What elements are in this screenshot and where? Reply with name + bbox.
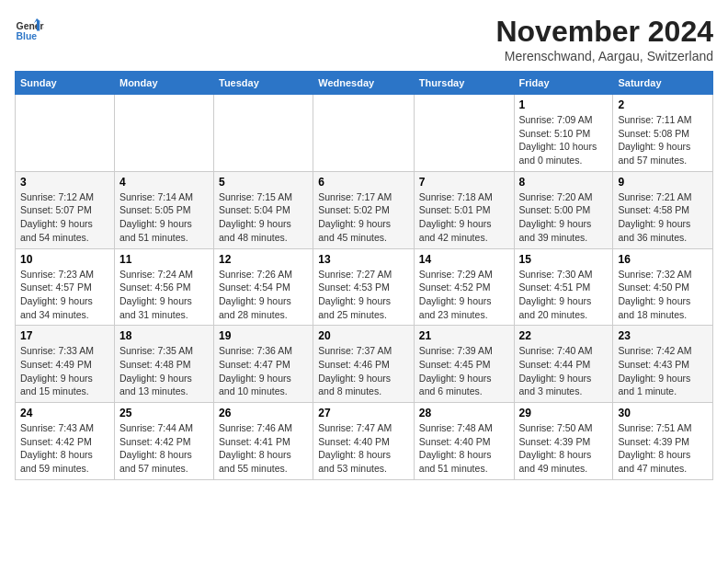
- day-number: 26: [219, 407, 308, 419]
- month-title: November 2024: [495, 15, 713, 49]
- column-header-friday: Friday: [514, 72, 613, 95]
- week-row-3: 10Sunrise: 7:23 AMSunset: 4:57 PMDayligh…: [16, 248, 713, 326]
- day-info: Sunrise: 7:51 AMSunset: 4:39 PMDaylight:…: [618, 421, 708, 476]
- day-number: 28: [419, 407, 509, 419]
- day-cell: 20Sunrise: 7:37 AMSunset: 4:46 PMDayligh…: [313, 326, 415, 403]
- day-cell: 7Sunrise: 7:18 AMSunset: 5:01 PMDaylight…: [414, 171, 514, 248]
- day-info: Sunrise: 7:09 AMSunset: 5:10 PMDaylight:…: [519, 113, 609, 167]
- day-cell: 3Sunrise: 7:12 AMSunset: 5:07 PMDaylight…: [16, 171, 115, 248]
- day-cell: 29Sunrise: 7:50 AMSunset: 4:39 PMDayligh…: [514, 403, 613, 480]
- header: General Blue November 2024 Merenschwand,…: [15, 15, 713, 63]
- day-cell: [16, 95, 115, 172]
- day-number: 21: [419, 329, 509, 342]
- day-cell: 10Sunrise: 7:23 AMSunset: 4:57 PMDayligh…: [16, 248, 115, 326]
- day-cell: 30Sunrise: 7:51 AMSunset: 4:39 PMDayligh…: [613, 403, 713, 480]
- week-row-4: 17Sunrise: 7:33 AMSunset: 4:49 PMDayligh…: [16, 326, 713, 403]
- day-info: Sunrise: 7:23 AMSunset: 4:57 PMDaylight:…: [20, 268, 109, 322]
- day-info: Sunrise: 7:37 AMSunset: 4:46 PMDaylight:…: [318, 344, 409, 398]
- day-number: 18: [119, 329, 209, 342]
- day-cell: 23Sunrise: 7:42 AMSunset: 4:43 PMDayligh…: [613, 326, 713, 403]
- day-cell: 13Sunrise: 7:27 AMSunset: 4:53 PMDayligh…: [313, 248, 415, 326]
- day-cell: 14Sunrise: 7:29 AMSunset: 4:52 PMDayligh…: [414, 248, 514, 326]
- day-number: 3: [20, 176, 109, 189]
- day-cell: 18Sunrise: 7:35 AMSunset: 4:48 PMDayligh…: [114, 326, 213, 403]
- day-cell: 12Sunrise: 7:26 AMSunset: 4:54 PMDayligh…: [214, 248, 313, 326]
- day-info: Sunrise: 7:29 AMSunset: 4:52 PMDaylight:…: [419, 268, 509, 322]
- day-cell: 27Sunrise: 7:47 AMSunset: 4:40 PMDayligh…: [313, 403, 415, 480]
- day-number: 17: [20, 329, 109, 342]
- day-number: 13: [318, 253, 409, 266]
- day-number: 2: [618, 98, 708, 111]
- day-info: Sunrise: 7:47 AMSunset: 4:40 PMDaylight:…: [318, 421, 409, 476]
- day-number: 8: [519, 176, 609, 189]
- day-info: Sunrise: 7:35 AMSunset: 4:48 PMDaylight:…: [119, 344, 209, 398]
- header-row: SundayMondayTuesdayWednesdayThursdayFrid…: [16, 72, 713, 95]
- calendar-table: SundayMondayTuesdayWednesdayThursdayFrid…: [15, 71, 713, 480]
- day-number: 20: [318, 329, 409, 342]
- day-number: 19: [219, 329, 308, 342]
- day-info: Sunrise: 7:44 AMSunset: 4:42 PMDaylight:…: [119, 421, 209, 476]
- column-header-thursday: Thursday: [414, 72, 514, 95]
- day-cell: 8Sunrise: 7:20 AMSunset: 5:00 PMDaylight…: [514, 171, 613, 248]
- day-cell: 24Sunrise: 7:43 AMSunset: 4:42 PMDayligh…: [16, 403, 115, 480]
- location: Merenschwand, Aargau, Switzerland: [495, 49, 713, 63]
- day-info: Sunrise: 7:14 AMSunset: 5:05 PMDaylight:…: [119, 190, 209, 245]
- day-cell: 4Sunrise: 7:14 AMSunset: 5:05 PMDaylight…: [114, 171, 213, 248]
- day-cell: 11Sunrise: 7:24 AMSunset: 4:56 PMDayligh…: [114, 248, 213, 326]
- day-info: Sunrise: 7:40 AMSunset: 4:44 PMDaylight:…: [519, 344, 609, 398]
- day-cell: 28Sunrise: 7:48 AMSunset: 4:40 PMDayligh…: [414, 403, 514, 480]
- day-info: Sunrise: 7:33 AMSunset: 4:49 PMDaylight:…: [20, 344, 109, 398]
- day-info: Sunrise: 7:20 AMSunset: 5:00 PMDaylight:…: [519, 190, 609, 245]
- day-cell: 15Sunrise: 7:30 AMSunset: 4:51 PMDayligh…: [514, 248, 613, 326]
- title-area: November 2024 Merenschwand, Aargau, Swit…: [495, 15, 713, 63]
- day-info: Sunrise: 7:42 AMSunset: 4:43 PMDaylight:…: [618, 344, 708, 398]
- day-cell: 16Sunrise: 7:32 AMSunset: 4:50 PMDayligh…: [613, 248, 713, 326]
- column-header-saturday: Saturday: [613, 72, 713, 95]
- day-info: Sunrise: 7:43 AMSunset: 4:42 PMDaylight:…: [20, 421, 109, 476]
- day-info: Sunrise: 7:36 AMSunset: 4:47 PMDaylight:…: [219, 344, 308, 398]
- day-cell: 17Sunrise: 7:33 AMSunset: 4:49 PMDayligh…: [16, 326, 115, 403]
- day-number: 12: [219, 253, 308, 266]
- day-number: 15: [519, 253, 609, 266]
- day-cell: [313, 95, 415, 172]
- day-number: 5: [219, 176, 308, 189]
- week-row-2: 3Sunrise: 7:12 AMSunset: 5:07 PMDaylight…: [16, 171, 713, 248]
- day-number: 23: [618, 329, 708, 342]
- day-number: 6: [318, 176, 409, 189]
- day-number: 29: [519, 407, 609, 419]
- day-info: Sunrise: 7:11 AMSunset: 5:08 PMDaylight:…: [618, 113, 708, 167]
- day-cell: 1Sunrise: 7:09 AMSunset: 5:10 PMDaylight…: [514, 95, 613, 172]
- day-number: 9: [618, 176, 708, 189]
- day-cell: 25Sunrise: 7:44 AMSunset: 4:42 PMDayligh…: [114, 403, 213, 480]
- day-info: Sunrise: 7:27 AMSunset: 4:53 PMDaylight:…: [318, 268, 409, 322]
- day-info: Sunrise: 7:24 AMSunset: 4:56 PMDaylight:…: [119, 268, 209, 322]
- day-info: Sunrise: 7:12 AMSunset: 5:07 PMDaylight:…: [20, 190, 109, 245]
- day-cell: 26Sunrise: 7:46 AMSunset: 4:41 PMDayligh…: [214, 403, 313, 480]
- column-header-wednesday: Wednesday: [313, 72, 415, 95]
- day-number: 27: [318, 407, 409, 419]
- logo-icon: General Blue: [15, 15, 44, 44]
- day-number: 1: [519, 98, 609, 111]
- day-info: Sunrise: 7:15 AMSunset: 5:04 PMDaylight:…: [219, 190, 308, 245]
- day-number: 14: [419, 253, 509, 266]
- day-info: Sunrise: 7:17 AMSunset: 5:02 PMDaylight:…: [318, 190, 409, 245]
- day-cell: [414, 95, 514, 172]
- week-row-1: 1Sunrise: 7:09 AMSunset: 5:10 PMDaylight…: [16, 95, 713, 172]
- day-cell: [214, 95, 313, 172]
- day-cell: 2Sunrise: 7:11 AMSunset: 5:08 PMDaylight…: [613, 95, 713, 172]
- day-info: Sunrise: 7:46 AMSunset: 4:41 PMDaylight:…: [219, 421, 308, 476]
- day-info: Sunrise: 7:26 AMSunset: 4:54 PMDaylight:…: [219, 268, 308, 322]
- day-info: Sunrise: 7:18 AMSunset: 5:01 PMDaylight:…: [419, 190, 509, 245]
- column-header-sunday: Sunday: [16, 72, 115, 95]
- day-info: Sunrise: 7:48 AMSunset: 4:40 PMDaylight:…: [419, 421, 509, 476]
- logo: General Blue: [15, 15, 44, 44]
- week-row-5: 24Sunrise: 7:43 AMSunset: 4:42 PMDayligh…: [16, 403, 713, 480]
- svg-text:General: General: [17, 21, 44, 31]
- day-cell: 5Sunrise: 7:15 AMSunset: 5:04 PMDaylight…: [214, 171, 313, 248]
- day-info: Sunrise: 7:50 AMSunset: 4:39 PMDaylight:…: [519, 421, 609, 476]
- day-cell: 6Sunrise: 7:17 AMSunset: 5:02 PMDaylight…: [313, 171, 415, 248]
- day-number: 10: [20, 253, 109, 266]
- day-info: Sunrise: 7:21 AMSunset: 4:58 PMDaylight:…: [618, 190, 708, 245]
- day-number: 22: [519, 329, 609, 342]
- day-info: Sunrise: 7:32 AMSunset: 4:50 PMDaylight:…: [618, 268, 708, 322]
